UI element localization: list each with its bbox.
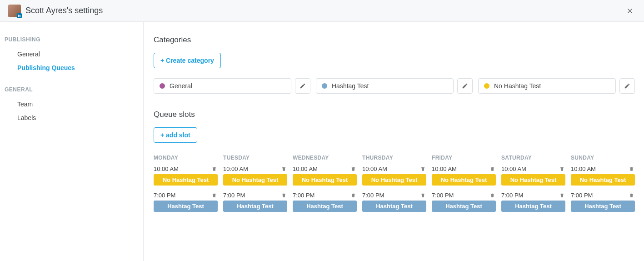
trash-icon <box>629 193 634 198</box>
content: PUBLISHINGGeneralPublishing QueuesGENERA… <box>0 22 644 261</box>
sidebar-item[interactable]: Labels <box>0 111 143 125</box>
category-pill[interactable]: Hashtag Test <box>316 78 454 94</box>
slot-time-row: 10:00 AM <box>501 166 565 172</box>
queue-slot: 10:00 AMNo Hashtag Test <box>432 166 496 186</box>
category-group: No Hashtag Test <box>478 78 635 94</box>
slot-category-tag[interactable]: No Hashtag Test <box>571 174 635 186</box>
queue-slot: 10:00 AMNo Hashtag Test <box>223 166 287 186</box>
slot-time[interactable]: 7:00 PM <box>223 192 245 199</box>
delete-slot-button[interactable] <box>559 192 565 199</box>
sidebar-item[interactable]: General <box>0 47 143 61</box>
delete-slot-button[interactable] <box>628 192 635 199</box>
slot-category-tag[interactable]: Hashtag Test <box>571 201 635 212</box>
slot-time[interactable]: 7:00 PM <box>362 192 384 199</box>
slot-time-row: 7:00 PM <box>154 192 218 199</box>
category-color-dot <box>322 83 327 89</box>
slot-category-tag[interactable]: Hashtag Test <box>501 201 565 212</box>
delete-slot-button[interactable] <box>280 192 287 199</box>
category-pill[interactable]: No Hashtag Test <box>478 78 616 94</box>
pencil-icon <box>462 83 468 89</box>
queue-slot: 10:00 AMNo Hashtag Test <box>154 166 218 186</box>
sidebar-section: GENERALTeamLabels <box>0 85 143 125</box>
delete-slot-button[interactable] <box>628 166 635 172</box>
day-name: TUESDAY <box>223 155 287 161</box>
delete-slot-button[interactable] <box>419 192 426 199</box>
delete-slot-button[interactable] <box>280 166 287 172</box>
sidebar-item[interactable]: Team <box>0 97 143 111</box>
day-name: FRIDAY <box>432 155 496 161</box>
day-name: WEDNESDAY <box>293 155 357 161</box>
delete-slot-button[interactable] <box>419 166 426 172</box>
slot-time[interactable]: 10:00 AM <box>154 166 179 172</box>
slot-time[interactable]: 10:00 AM <box>571 166 596 172</box>
delete-slot-button[interactable] <box>350 166 357 172</box>
category-label: Hashtag Test <box>332 82 369 90</box>
category-label: General <box>170 82 192 90</box>
slot-category-tag[interactable]: Hashtag Test <box>223 201 287 212</box>
slot-time[interactable]: 7:00 PM <box>432 192 454 199</box>
slot-category-tag[interactable]: No Hashtag Test <box>293 174 357 186</box>
slot-time[interactable]: 10:00 AM <box>362 166 387 172</box>
slot-category-tag[interactable]: Hashtag Test <box>432 201 496 212</box>
trash-icon <box>351 166 356 171</box>
category-color-dot <box>484 83 489 89</box>
add-slot-button[interactable]: + add slot <box>154 127 197 143</box>
queue-slot: 7:00 PMHashtag Test <box>223 192 287 212</box>
trash-icon <box>351 193 356 198</box>
queue-slot: 7:00 PMHashtag Test <box>501 192 565 212</box>
slot-time[interactable]: 7:00 PM <box>293 192 315 199</box>
queue-slot: 7:00 PMHashtag Test <box>571 192 635 212</box>
day-column: FRIDAY10:00 AMNo Hashtag Test7:00 PMHash… <box>432 155 496 218</box>
slot-time[interactable]: 10:00 AM <box>501 166 526 172</box>
create-category-button[interactable]: + Create category <box>154 53 221 68</box>
slot-time-row: 10:00 AM <box>571 166 635 172</box>
header-left: in Scott Ayres's settings <box>8 5 103 17</box>
edit-category-button[interactable] <box>619 78 635 94</box>
delete-slot-button[interactable] <box>489 166 496 172</box>
slot-time-row: 10:00 AM <box>432 166 496 172</box>
slot-time-row: 10:00 AM <box>362 166 426 172</box>
delete-slot-button[interactable] <box>211 166 218 172</box>
slot-time-row: 7:00 PM <box>571 192 635 199</box>
sidebar-section-title: GENERAL <box>0 85 143 97</box>
slot-time[interactable]: 10:00 AM <box>432 166 457 172</box>
slot-category-tag[interactable]: No Hashtag Test <box>154 174 218 186</box>
delete-slot-button[interactable] <box>489 192 496 199</box>
slot-time[interactable]: 7:00 PM <box>501 192 523 199</box>
sidebar-item[interactable]: Publishing Queues <box>0 61 143 75</box>
slot-time[interactable]: 10:00 AM <box>293 166 318 172</box>
slot-category-tag[interactable]: No Hashtag Test <box>432 174 496 186</box>
slot-category-tag[interactable]: Hashtag Test <box>293 201 357 212</box>
slot-time-row: 10:00 AM <box>293 166 357 172</box>
slot-category-tag[interactable]: No Hashtag Test <box>501 174 565 186</box>
delete-slot-button[interactable] <box>211 192 218 199</box>
slot-category-tag[interactable]: Hashtag Test <box>362 201 426 212</box>
slot-time[interactable]: 7:00 PM <box>154 192 175 199</box>
trash-icon <box>420 166 425 171</box>
delete-slot-button[interactable] <box>559 166 565 172</box>
queue-slot: 7:00 PMHashtag Test <box>293 192 357 212</box>
slot-time-row: 7:00 PM <box>362 192 426 199</box>
edit-category-button[interactable] <box>457 78 473 94</box>
slot-category-tag[interactable]: No Hashtag Test <box>223 174 287 186</box>
category-group: Hashtag Test <box>316 78 473 94</box>
slot-time[interactable]: 10:00 AM <box>223 166 248 172</box>
day-column: WEDNESDAY10:00 AMNo Hashtag Test7:00 PMH… <box>293 155 357 218</box>
close-button[interactable] <box>624 5 636 17</box>
slot-time-row: 7:00 PM <box>223 192 287 199</box>
categories-heading: Categories <box>154 35 635 45</box>
category-group: General <box>154 78 310 94</box>
slot-time[interactable]: 7:00 PM <box>571 192 593 199</box>
day-column: THURSDAY10:00 AMNo Hashtag Test7:00 PMHa… <box>362 155 426 218</box>
category-pill[interactable]: General <box>154 78 291 94</box>
delete-slot-button[interactable] <box>350 192 357 199</box>
header: in Scott Ayres's settings <box>0 0 644 22</box>
queue-slot: 10:00 AMNo Hashtag Test <box>293 166 357 186</box>
slot-category-tag[interactable]: No Hashtag Test <box>362 174 426 186</box>
edit-category-button[interactable] <box>295 78 310 94</box>
queue-slot: 7:00 PMHashtag Test <box>154 192 218 212</box>
queue-slot: 10:00 AMNo Hashtag Test <box>362 166 426 186</box>
day-name: SUNDAY <box>571 155 635 161</box>
queue-slot: 7:00 PMHashtag Test <box>432 192 496 212</box>
slot-category-tag[interactable]: Hashtag Test <box>154 201 218 212</box>
